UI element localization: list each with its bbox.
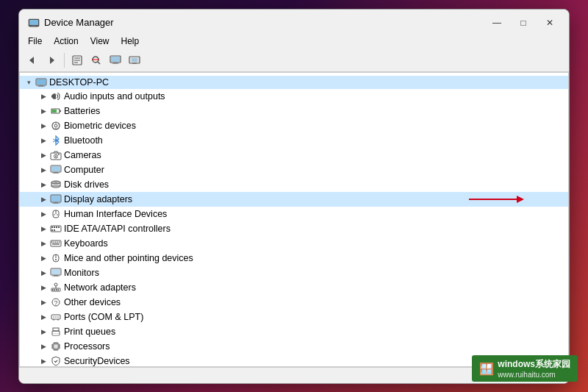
- expand-display[interactable]: ▶: [37, 193, 49, 205]
- expand-batteries[interactable]: ▶: [37, 105, 49, 117]
- svg-point-75: [55, 259, 57, 260]
- watermark-text: windows系统家园: [498, 358, 570, 371]
- expand-disk[interactable]: ▶: [37, 179, 49, 190]
- security-label: SecurityDevices: [62, 356, 130, 366]
- properties-button[interactable]: [68, 51, 86, 69]
- monitors-icon: [49, 267, 62, 279]
- menu-bar: File Action View Help: [19, 33, 569, 49]
- list-item[interactable]: ▶ Audio inputs and outputs: [20, 89, 568, 104]
- list-item[interactable]: ▶ Proces: [20, 339, 568, 354]
- scan-button[interactable]: [87, 51, 105, 69]
- list-item[interactable]: ▶ Network adapters: [20, 280, 568, 295]
- expand-other[interactable]: ▶: [37, 296, 49, 308]
- svg-rect-82: [54, 289, 56, 291]
- list-item[interactable]: ▶ Bluetooth: [20, 133, 568, 148]
- list-item[interactable]: ▶ Biometric devices: [20, 118, 568, 133]
- svg-rect-81: [52, 289, 54, 291]
- svg-rect-94: [57, 319, 59, 321]
- svg-rect-30: [52, 110, 57, 113]
- close-button[interactable]: ✕: [539, 15, 560, 30]
- display-button[interactable]: [126, 51, 143, 69]
- display-icon: [49, 193, 62, 205]
- biometric-label: Biometric devices: [62, 121, 136, 131]
- root-expand[interactable]: ▾: [23, 76, 35, 88]
- expand-hid[interactable]: ▶: [37, 208, 49, 220]
- expand-ide[interactable]: ▶: [37, 223, 49, 235]
- list-item[interactable]: ▶ Batteries: [20, 104, 568, 118]
- svg-rect-67: [51, 241, 53, 243]
- forward-button[interactable]: [43, 51, 60, 69]
- network-label: Network adapters: [62, 282, 136, 293]
- list-item[interactable]: ▶ Display adapters: [20, 192, 568, 207]
- monitors-label: Monitors: [62, 268, 99, 278]
- list-item[interactable]: ▶ Computer: [20, 163, 568, 177]
- list-item[interactable]: ▶ Monitors: [20, 266, 568, 280]
- svg-rect-16: [112, 63, 119, 64]
- minimize-button[interactable]: —: [487, 15, 507, 30]
- svg-rect-98: [53, 335, 59, 335]
- svg-point-90: [53, 316, 54, 318]
- print-icon: [49, 326, 62, 338]
- list-item[interactable]: ▶ IDE ATA/ATAPI controllers: [20, 221, 568, 236]
- svg-rect-60: [51, 227, 53, 228]
- keyboards-label: Keyboards: [62, 238, 108, 249]
- expand-cameras[interactable]: ▶: [37, 149, 49, 161]
- expand-audio[interactable]: ▶: [37, 90, 49, 102]
- root-label: DESKTOP-PC: [48, 77, 109, 88]
- expand-mice[interactable]: ▶: [37, 252, 49, 264]
- expand-bluetooth[interactable]: ▶: [37, 135, 49, 146]
- svg-rect-93: [53, 319, 54, 321]
- svg-rect-50: [51, 196, 60, 202]
- computer-icon: [49, 164, 62, 176]
- display-label: Display adapters: [62, 194, 132, 204]
- expand-processors[interactable]: ▶: [37, 341, 49, 352]
- svg-rect-69: [55, 241, 57, 243]
- expand-biometric[interactable]: ▶: [37, 120, 49, 132]
- hid-label: Human Interface Devices: [62, 209, 167, 219]
- list-item[interactable]: ▶ Ports (COM & LPT): [20, 310, 568, 324]
- list-item[interactable]: ▶ Print queues: [20, 324, 568, 339]
- svg-rect-44: [52, 173, 60, 174]
- menu-view[interactable]: View: [85, 35, 115, 48]
- other-icon: ?: [49, 296, 62, 308]
- svg-rect-63: [58, 227, 60, 228]
- list-item[interactable]: ▶ Mice and other pointing devices: [20, 251, 568, 266]
- root-item[interactable]: ▾ DESKTOP-PC: [20, 76, 568, 89]
- batteries-icon: [49, 105, 62, 117]
- window-title: Device Manager: [44, 17, 114, 28]
- back-button[interactable]: [24, 51, 41, 69]
- svg-rect-43: [54, 172, 58, 174]
- svg-rect-20: [132, 58, 137, 62]
- svg-text:?: ?: [54, 299, 57, 307]
- svg-rect-23: [39, 85, 43, 87]
- list-item[interactable]: ▶ ? Other devices: [20, 295, 568, 310]
- list-item[interactable]: ▶ Keyboards: [20, 236, 568, 251]
- svg-point-86: [54, 283, 57, 286]
- menu-file[interactable]: File: [22, 35, 48, 48]
- svg-point-58: [57, 214, 58, 215]
- svg-rect-71: [59, 241, 60, 243]
- menu-help[interactable]: Help: [115, 35, 146, 48]
- expand-security[interactable]: ▶: [37, 355, 49, 367]
- expand-print[interactable]: ▶: [37, 326, 49, 338]
- expand-network[interactable]: ▶: [37, 282, 49, 293]
- audio-label: Audio inputs and outputs: [62, 91, 165, 101]
- expand-ports[interactable]: ▶: [37, 311, 49, 323]
- maximize-button[interactable]: □: [513, 15, 534, 30]
- svg-rect-84: [58, 289, 60, 291]
- svg-rect-70: [57, 241, 59, 243]
- expand-computer[interactable]: ▶: [37, 164, 49, 176]
- list-item[interactable]: ▶ Disk drives: [20, 177, 568, 192]
- biometric-icon: [49, 120, 62, 132]
- list-item[interactable]: ▶ Cameras: [20, 148, 568, 163]
- svg-point-32: [54, 124, 57, 127]
- svg-rect-79: [52, 276, 60, 277]
- expand-keyboards[interactable]: ▶: [37, 238, 49, 249]
- menu-action[interactable]: Action: [48, 35, 84, 48]
- svg-rect-68: [54, 241, 55, 243]
- svg-rect-77: [51, 269, 60, 274]
- list-item[interactable]: ▶ Human Interface Devices: [20, 207, 568, 221]
- expand-monitors[interactable]: ▶: [37, 267, 49, 279]
- svg-marker-54: [517, 196, 524, 203]
- computer-button[interactable]: [107, 51, 124, 69]
